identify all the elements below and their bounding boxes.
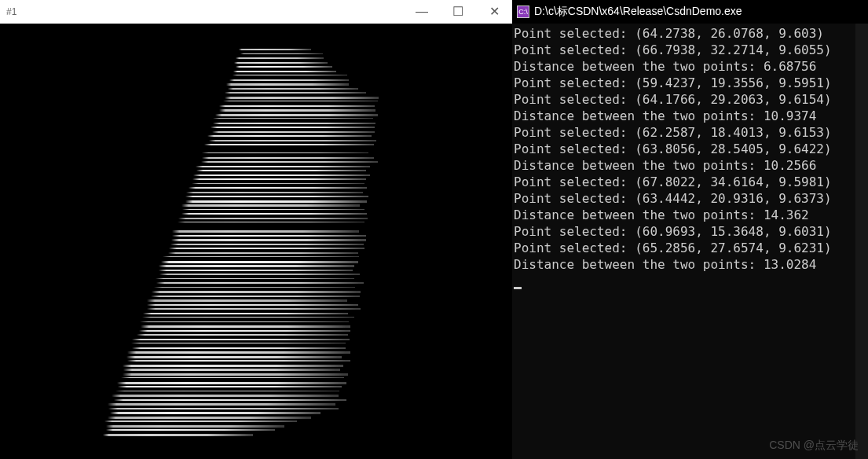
- scanline: [223, 101, 378, 101]
- console-line: Point selected: (66.7938, 32.2714, 9.605…: [514, 42, 868, 58]
- pointcloud-rendering: [115, 49, 397, 434]
- console-line: Distance between the two points: 10.2566: [514, 157, 868, 174]
- maximize-button[interactable]: ☐: [440, 0, 476, 24]
- scanline: [159, 265, 354, 267]
- scanline: [233, 75, 347, 75]
- scanline: [159, 270, 353, 271]
- scanline: [114, 399, 346, 401]
- scanline: [161, 261, 358, 263]
- scanline: [202, 152, 368, 153]
- scanline: [143, 313, 348, 314]
- scanline: [185, 200, 367, 203]
- console-scrollbar[interactable]: [855, 24, 868, 459]
- scanline: [147, 299, 347, 302]
- scanline: [117, 382, 346, 384]
- scanline: [211, 127, 375, 128]
- scanline: [234, 62, 328, 64]
- scanline: [236, 66, 332, 68]
- scanline: [121, 377, 344, 378]
- scanline: [163, 256, 359, 257]
- viewer-titlebar[interactable]: #1 — ☐ ✕: [0, 0, 512, 24]
- console-line: Distance between the two points: 13.0284: [514, 256, 868, 273]
- scanline: [104, 420, 297, 422]
- scanline: [213, 118, 373, 119]
- scanline: [225, 92, 366, 94]
- scanline: [106, 429, 275, 431]
- scanline: [142, 317, 354, 318]
- scanline: [127, 351, 350, 354]
- scanline: [132, 347, 346, 349]
- console-line: Point selected: (60.9693, 15.3648, 9.603…: [514, 223, 868, 240]
- minimize-icon: —: [416, 6, 428, 18]
- console-line: Point selected: (64.1766, 29.2063, 9.615…: [514, 91, 868, 108]
- scanline: [229, 79, 349, 81]
- scanline: [186, 192, 363, 193]
- console-titlebar[interactable]: C:\ D:\c\标CSDN\x64\Release\CsdnDemo.exe: [512, 0, 868, 24]
- scanline: [215, 114, 378, 116]
- scanline: [171, 239, 366, 241]
- maximize-icon: ☐: [452, 6, 463, 18]
- console-line: Distance between the two points: 10.9374: [514, 108, 868, 124]
- scanline: [159, 274, 360, 275]
- scanline: [126, 356, 342, 358]
- scanline: [139, 330, 350, 332]
- scanline: [110, 412, 320, 414]
- console-line: Point selected: (67.8022, 34.6164, 9.598…: [514, 174, 868, 190]
- scanline: [225, 97, 379, 99]
- minimize-button[interactable]: —: [404, 0, 440, 24]
- console-line: Point selected: (59.4237, 19.3556, 9.595…: [514, 75, 868, 91]
- close-button[interactable]: ✕: [476, 0, 512, 24]
- scanline: [106, 425, 284, 428]
- scanline: [202, 157, 374, 159]
- scanline: [169, 248, 364, 249]
- console-title: D:\c\标CSDN\x64\Release\CsdnDemo.exe: [534, 5, 742, 19]
- scanline: [140, 321, 349, 322]
- scanline: [123, 369, 340, 371]
- scanline: [137, 334, 348, 336]
- scanline: [213, 123, 375, 124]
- scanline: [236, 57, 324, 59]
- console-output[interactable]: Point selected: (64.2738, 26.0768, 9.603…: [512, 24, 868, 459]
- scanline: [196, 166, 370, 167]
- scanline: [207, 135, 372, 137]
- pointcloud-viewport[interactable]: [0, 24, 512, 459]
- scanline: [154, 287, 355, 288]
- scanline: [115, 391, 339, 391]
- scanline: [233, 71, 336, 72]
- console-line: Point selected: (63.4442, 20.9316, 9.637…: [514, 190, 868, 207]
- scanline: [152, 291, 361, 293]
- scanline: [204, 144, 374, 145]
- console-line: Point selected: (65.2856, 27.6574, 9.623…: [514, 240, 868, 256]
- scanline: [123, 365, 343, 367]
- scanline: [127, 360, 350, 362]
- scanline: [219, 109, 375, 112]
- scanline: [156, 278, 354, 279]
- scanline: [209, 140, 376, 141]
- scanline: [178, 222, 364, 222]
- scanline: [103, 434, 253, 436]
- console-app-icon: C:\: [517, 6, 529, 18]
- scanline: [170, 244, 364, 245]
- scanline: [147, 308, 361, 310]
- window-controls: — ☐ ✕: [404, 0, 512, 24]
- scanline: [181, 213, 367, 215]
- scanline: [189, 187, 367, 189]
- scanline: [172, 235, 366, 237]
- scanline: [181, 204, 360, 207]
- scanline: [151, 296, 360, 297]
- console-line: Point selected: (62.2587, 18.4013, 9.615…: [514, 124, 868, 141]
- scanline: [172, 230, 359, 233]
- scanline: [132, 339, 350, 340]
- scanline: [182, 209, 364, 210]
- console-cursor: [514, 287, 522, 289]
- scanline: [147, 304, 358, 306]
- scanline: [196, 170, 366, 171]
- scanline: [185, 196, 368, 197]
- scanline: [112, 395, 339, 397]
- scanline: [123, 373, 348, 376]
- scanline: [192, 183, 364, 184]
- scanline: [108, 408, 339, 409]
- scanline: [156, 282, 364, 284]
- scanline: [108, 403, 335, 406]
- scanline: [240, 53, 323, 54]
